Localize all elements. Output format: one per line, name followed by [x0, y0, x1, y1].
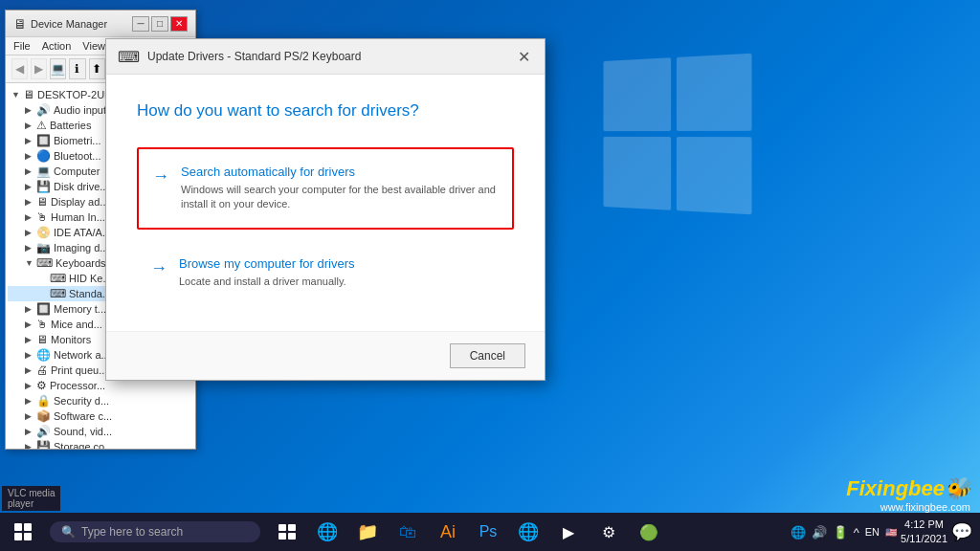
browse-option-title: Browse my computer for drivers — [179, 256, 355, 271]
store-button[interactable]: 🛍 — [389, 513, 427, 551]
language-indicator[interactable]: EN — [865, 526, 880, 538]
menu-file[interactable]: File — [13, 40, 31, 52]
browse-option-content: Browse my computer for drivers Locate an… — [179, 256, 355, 289]
media-player-button[interactable]: ▶ — [549, 513, 588, 551]
update-driver-button[interactable]: ⬆ — [89, 58, 105, 79]
svg-rect-0 — [278, 524, 286, 531]
system-tray-icons: 🌐 🔊 🔋 ^ EN 🇺🇸 — [791, 525, 897, 540]
tree-software-components[interactable]: ▶ 📦Software c... — [8, 408, 193, 424]
tree-security[interactable]: ▶ 🔒Security d... — [8, 393, 193, 408]
vlc-label: VLC mediaplayer — [8, 488, 55, 509]
device-manager-title: Device Manager — [31, 18, 128, 30]
dialog-body: How do you want to search for drivers? →… — [106, 75, 545, 331]
start-button[interactable] — [0, 513, 46, 551]
search-placeholder: Type here to search — [81, 525, 183, 539]
update-drivers-dialog: ⌨ Update Drivers - Standard PS/2 Keyboar… — [105, 38, 546, 381]
watermark-brand: Fixingbee🐝 — [846, 476, 970, 501]
dialog-title: Update Drivers - Standard PS/2 Keyboard — [147, 50, 361, 63]
dialog-keyboard-icon: ⌨ — [118, 48, 140, 66]
desktop-windows-logo — [597, 57, 789, 249]
volume-icon[interactable]: 🔊 — [812, 525, 827, 540]
auto-option-content: Search automatically for drivers Windows… — [181, 165, 499, 212]
photoshop-button[interactable]: Ps — [469, 513, 507, 551]
taskbar-clock[interactable]: 4:12 PM 5/11/2021 — [901, 518, 947, 547]
menu-action[interactable]: Action — [42, 40, 72, 52]
close-button[interactable]: ✕ — [170, 16, 188, 32]
network-icon[interactable]: 🌐 — [791, 525, 806, 540]
taskbar-right: 🌐 🔊 🔋 ^ EN 🇺🇸 4:12 PM 5/11/2021 💬 — [791, 518, 980, 547]
file-explorer-button[interactable]: 📁 — [348, 513, 387, 551]
search-automatically-option[interactable]: → Search automatically for drivers Windo… — [137, 147, 514, 230]
watermark: Fixingbee🐝 www.fixingbee.com — [846, 476, 970, 513]
cancel-button[interactable]: Cancel — [450, 343, 525, 368]
device-manager-icon: 🖥 — [13, 16, 27, 32]
back-button[interactable]: ◀ — [11, 58, 28, 79]
settings-button[interactable]: ⚙ — [590, 513, 628, 551]
minimize-button[interactable]: ─ — [132, 16, 149, 32]
clock-time: 4:12 PM — [901, 518, 947, 532]
dialog-titlebar: ⌨ Update Drivers - Standard PS/2 Keyboar… — [106, 39, 545, 75]
dialog-title-left: ⌨ Update Drivers - Standard PS/2 Keyboar… — [118, 48, 361, 66]
auto-option-desc: Windows will search your computer for th… — [181, 183, 499, 212]
arrow-icon-browse: → — [150, 258, 167, 278]
notification-button[interactable]: 💬 — [951, 521, 972, 542]
illustrator-button[interactable]: Ai — [429, 513, 467, 551]
extra-app-button[interactable]: 🟢 — [630, 513, 668, 551]
dialog-question: How do you want to search for drivers? — [137, 101, 514, 121]
chrome-button[interactable]: 🌐 — [509, 513, 547, 551]
tree-sound[interactable]: ▶ 🔊Sound, vid... — [8, 424, 193, 439]
svg-rect-2 — [278, 533, 286, 540]
auto-option-title: Search automatically for drivers — [181, 165, 499, 179]
dialog-close-button[interactable]: ✕ — [514, 47, 533, 66]
device-manager-titlebar: 🖥 Device Manager ─ □ ✕ — [6, 11, 195, 37]
taskbar-app-icons: 🌐 📁 🛍 Ai Ps 🌐 ▶ ⚙ 🟢 — [268, 513, 668, 551]
svg-rect-1 — [288, 524, 296, 531]
vlc-taskbar-item[interactable]: VLC mediaplayer — [2, 486, 60, 511]
task-view-button[interactable] — [268, 513, 306, 551]
properties-button[interactable]: ℹ — [69, 58, 85, 79]
taskbar: 🔍 Type here to search 🌐 📁 🛍 Ai Ps 🌐 ▶ ⚙ … — [0, 513, 980, 551]
maximize-button[interactable]: □ — [151, 16, 168, 32]
menu-view[interactable]: View — [82, 40, 105, 52]
browse-option-desc: Locate and install a driver manually. — [179, 275, 355, 289]
edge-button[interactable]: 🌐 — [308, 513, 346, 551]
arrow-icon-auto: → — [152, 166, 169, 187]
windows-logo-icon — [14, 523, 32, 540]
keyboard-layout-icon[interactable]: 🇺🇸 — [885, 527, 897, 538]
svg-rect-3 — [288, 533, 296, 540]
chevron-icon[interactable]: ^ — [854, 525, 859, 540]
search-icon: 🔍 — [61, 525, 76, 539]
battery-icon[interactable]: 🔋 — [833, 525, 848, 540]
browse-computer-option[interactable]: → Browse my computer for drivers Locate … — [137, 241, 514, 304]
computer-button[interactable]: 💻 — [50, 58, 66, 79]
taskbar-search[interactable]: 🔍 Type here to search — [50, 521, 260, 542]
tree-storage[interactable]: ▶ 💾Storage co... — [8, 439, 193, 449]
forward-button[interactable]: ▶ — [31, 58, 47, 79]
clock-date: 5/11/2021 — [901, 532, 947, 546]
dialog-footer: Cancel — [106, 331, 545, 380]
watermark-url: www.fixingbee.com — [846, 501, 970, 513]
window-controls: ─ □ ✕ — [132, 16, 188, 32]
